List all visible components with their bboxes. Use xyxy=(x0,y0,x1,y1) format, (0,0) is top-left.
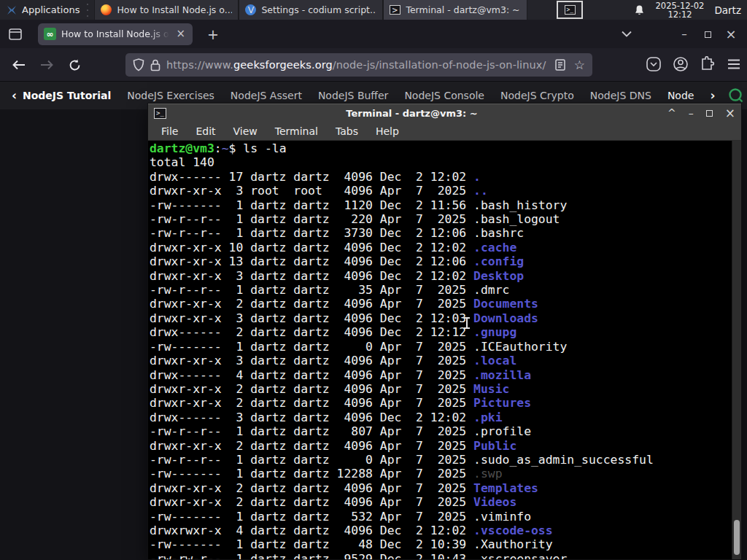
chevron-left-icon[interactable]: ‹ xyxy=(12,88,17,103)
notification-bell-icon[interactable] xyxy=(633,4,646,16)
terminal-titlebar[interactable]: >_ Terminal - dartz@vm3: ~ ^ – × xyxy=(148,104,741,122)
geeksforgeeks-favicon-icon: ∞ xyxy=(44,28,56,40)
terminal-line: -rw-r--r-- 1 dartz dartz 3730 Dec 2 12:0… xyxy=(150,226,741,240)
terminal-line: drwxr-xr-x 2 dartz dartz 4096 Apr 7 2025… xyxy=(150,495,741,509)
terminal-line: drwxr-xr-x 2 dartz dartz 4096 Apr 7 2025… xyxy=(150,382,741,396)
url-bar[interactable]: https://www.geeksforgeeks.org/node-js/in… xyxy=(125,53,592,77)
url-text[interactable]: https://www.geeksforgeeks.org/node-js/in… xyxy=(166,59,549,71)
terminal-line: -rw-r--r-- 1 dartz dartz 0 Apr 7 2025 .s… xyxy=(150,453,741,467)
menu-file[interactable]: File xyxy=(154,125,185,137)
panel-separator xyxy=(85,4,90,17)
terminal-line: -rw-rw-r-- 1 dartz dartz 9529 Dec 2 10:4… xyxy=(150,552,741,559)
site-nav-link[interactable]: NodeJS Assert xyxy=(231,90,302,101)
menu-edit[interactable]: Edit xyxy=(188,125,222,137)
terminal-line: -rw------- 1 dartz dartz 12288 Apr 7 202… xyxy=(150,467,741,481)
site-nav-link[interactable]: NodeJS Console xyxy=(404,90,484,101)
terminal-line: total 140 xyxy=(150,155,741,169)
applications-logo-icon xyxy=(6,4,18,16)
terminal-line: drwxr-xr-x 3 root root 4096 Apr 7 2025 .… xyxy=(150,184,741,198)
scrollbar-thumb[interactable] xyxy=(734,520,740,555)
search-icon[interactable] xyxy=(728,88,744,104)
maximize-button[interactable] xyxy=(706,108,713,118)
window-close-button[interactable]: × xyxy=(719,26,743,42)
reader-mode-icon[interactable] xyxy=(555,59,565,71)
terminal-line: drwxr-xr-x 2 dartz dartz 4096 Apr 7 2025… xyxy=(150,439,741,453)
terminal-line: drwxr-xr-x 2 dartz dartz 4096 Apr 7 2025… xyxy=(150,297,741,311)
top-panel: Applications How to Install Node.js o...… xyxy=(0,0,747,20)
firefox-view-icon[interactable] xyxy=(4,24,26,44)
minimize-button[interactable]: – xyxy=(689,108,694,118)
terminal-line: drwxr-xr-x 3 dartz dartz 4096 Dec 2 12:0… xyxy=(150,311,741,325)
menu-tabs[interactable]: Tabs xyxy=(328,125,365,137)
tab-geeksforgeeks[interactable]: ∞ How to Install Node.js on × xyxy=(38,23,193,45)
window-minimize-button[interactable]: – xyxy=(673,28,696,41)
urlbar-actions: ☆ xyxy=(555,58,585,72)
reload-button[interactable] xyxy=(66,56,83,74)
tracking-shield-icon[interactable] xyxy=(133,58,144,71)
terminal-icon: >_ xyxy=(390,5,400,15)
new-tab-button[interactable]: + xyxy=(203,26,223,42)
bookmark-star-icon[interactable]: ☆ xyxy=(574,58,585,72)
list-all-tabs-icon[interactable] xyxy=(614,31,639,37)
terminal-output: dartz@vm3:~$ ls -latotal 140drwx------ 1… xyxy=(150,141,741,559)
lock-icon[interactable] xyxy=(150,59,160,71)
menu-terminal[interactable]: Terminal xyxy=(268,125,325,137)
applications-label: Applications xyxy=(22,4,80,15)
terminal-body[interactable]: dartz@vm3:~$ ls -latotal 140drwx------ 1… xyxy=(148,141,741,559)
tray-terminal-icon[interactable]: >_ xyxy=(557,1,583,19)
site-nav-link[interactable]: NodeJS Exercises xyxy=(127,90,214,101)
url-host: geeksforgeeks.org xyxy=(233,59,333,71)
maximize-box-icon xyxy=(706,110,713,117)
applications-menu-button[interactable]: Applications xyxy=(0,0,85,20)
toolbar-right-icons xyxy=(646,56,741,72)
site-nav-link[interactable]: NodeJS Crypto xyxy=(500,90,574,101)
terminal-window-controls: ^ – × xyxy=(667,108,735,118)
terminal-line: drwxr-xr-x 2 dartz dartz 4096 Apr 7 2025… xyxy=(150,481,741,495)
extensions-icon[interactable] xyxy=(700,56,716,72)
panel-status-area: 2025-12-02 12:12 Dartz xyxy=(633,1,747,19)
terminal-line: drwxr-xr-x 2 dartz dartz 4096 Apr 7 2025… xyxy=(150,396,741,410)
terminal-scrollbar[interactable] xyxy=(732,141,741,559)
pocket-save-icon[interactable] xyxy=(646,56,662,72)
taskbar-item-label: How to Install Node.js o... xyxy=(117,4,232,15)
terminal-icon: >_ xyxy=(565,5,576,15)
site-nav-link[interactable]: Node xyxy=(667,90,694,101)
taskbar-item-label: Settings - codium script... xyxy=(261,4,376,15)
chevron-right-icon[interactable]: › xyxy=(710,88,715,103)
window-maximize-button[interactable] xyxy=(696,28,719,41)
terminal-line: -rw-r--r-- 1 dartz dartz 807 Apr 7 2025 … xyxy=(150,424,741,438)
terminal-menubar: File Edit View Terminal Tabs Help xyxy=(148,122,741,141)
tab-close-icon[interactable]: × xyxy=(174,28,187,39)
navigation-toolbar: https://www.geeksforgeeks.org/node-js/in… xyxy=(0,48,747,82)
terminal-window: >_ Terminal - dartz@vm3: ~ ^ – × File Ed… xyxy=(147,103,742,560)
url-path: /node-js/installation-of-node-js-on-linu… xyxy=(333,59,546,71)
terminal-line: drwx------ 3 dartz dartz 4096 Dec 2 12:0… xyxy=(150,411,741,424)
terminal-line: -rw------- 1 dartz dartz 48 Dec 2 10:39 … xyxy=(150,537,741,551)
mouse-ibeam-cursor xyxy=(463,316,471,330)
tab-title: How to Install Node.js on xyxy=(61,28,169,39)
terminal-line: drwxr-xr-x 13 dartz dartz 4096 Dec 2 12:… xyxy=(150,254,741,268)
site-nav-primary[interactable]: ‹ NodeJS Tutorial xyxy=(12,88,111,103)
terminal-line: -rw------- 1 dartz dartz 1120 Dec 2 11:5… xyxy=(150,198,741,212)
vscodium-icon: V xyxy=(245,4,256,15)
terminal-title: Terminal - dartz@vm3: ~ xyxy=(148,108,676,119)
taskbar-item-terminal[interactable]: >_ Terminal - dartz@vm3: ~ xyxy=(383,0,527,20)
terminal-line: -rw-r--r-- 1 dartz dartz 35 Apr 7 2025 .… xyxy=(150,283,741,297)
taskbar-item-firefox[interactable]: How to Install Node.js o... xyxy=(94,0,239,20)
close-button[interactable]: × xyxy=(725,108,735,118)
taskbar-item-vscodium[interactable]: V Settings - codium script... xyxy=(239,0,383,20)
clock-time: 12:12 xyxy=(656,10,705,19)
back-button[interactable] xyxy=(10,56,28,74)
menu-view[interactable]: View xyxy=(226,125,265,137)
site-nav-link[interactable]: NodeJS Buffer xyxy=(318,90,389,101)
site-nav-primary-label: NodeJS Tutorial xyxy=(23,90,111,101)
taskbar-item-label: Terminal - dartz@vm3: ~ xyxy=(406,4,519,15)
site-nav-link[interactable]: NodeJS DNS xyxy=(590,90,651,101)
clock[interactable]: 2025-12-02 12:12 xyxy=(656,1,705,19)
forward-button[interactable] xyxy=(38,56,55,74)
terminal-line: drwx------ 17 dartz dartz 4096 Dec 2 12:… xyxy=(150,170,741,184)
terminal-line: drwxr-xr-x 3 dartz dartz 4096 Apr 7 2025… xyxy=(150,354,741,368)
account-icon[interactable] xyxy=(673,56,689,72)
menu-help[interactable]: Help xyxy=(368,125,406,137)
hamburger-menu-icon[interactable] xyxy=(727,58,741,70)
